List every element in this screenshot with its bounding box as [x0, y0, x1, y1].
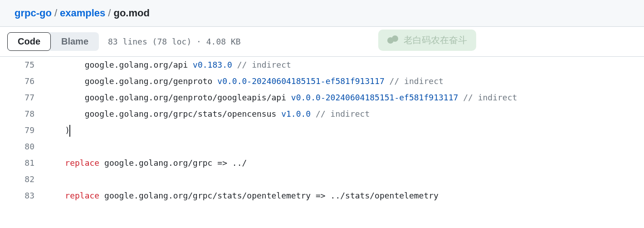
- breadcrumb-current-file: go.mod: [113, 7, 149, 19]
- wechat-icon: [387, 35, 400, 45]
- line-number[interactable]: 75: [0, 57, 45, 73]
- code-line[interactable]: 83 replace google.golang.org/grpc/stats/…: [0, 188, 644, 204]
- line-number[interactable]: 79: [0, 122, 45, 139]
- tab-blame[interactable]: Blame: [51, 32, 99, 51]
- file-toolbar: Code Blame 83 lines (78 loc) · 4.08 KB 老…: [0, 27, 644, 57]
- view-tabs: Code Blame: [7, 32, 99, 51]
- line-content[interactable]: ): [45, 122, 644, 139]
- code-line[interactable]: 79 ): [0, 122, 644, 139]
- code-line[interactable]: 81 replace google.golang.org/grpc => ../: [0, 155, 644, 171]
- line-number[interactable]: 77: [0, 89, 45, 106]
- line-content[interactable]: google.golang.org/api v0.183.0 // indire…: [45, 57, 644, 73]
- line-content[interactable]: replace google.golang.org/grpc => ../: [45, 155, 644, 171]
- line-number[interactable]: 83: [0, 188, 45, 204]
- line-content[interactable]: [45, 139, 644, 155]
- code-view[interactable]: 75 google.golang.org/api v0.183.0 // ind…: [0, 57, 644, 204]
- code-line[interactable]: 78 google.golang.org/grpc/stats/opencens…: [0, 106, 644, 122]
- text-cursor: [69, 125, 70, 136]
- breadcrumb-folder-link[interactable]: examples: [60, 7, 105, 19]
- line-number[interactable]: 78: [0, 106, 45, 122]
- line-number[interactable]: 82: [0, 171, 45, 188]
- code-line[interactable]: 80: [0, 139, 644, 155]
- breadcrumb-separator: /: [54, 7, 57, 19]
- code-line[interactable]: 76 google.golang.org/genproto v0.0.0-202…: [0, 73, 644, 89]
- line-content[interactable]: google.golang.org/genproto v0.0.0-202406…: [45, 73, 644, 89]
- watermark-text: 老白码农在奋斗: [404, 34, 467, 46]
- line-number[interactable]: 80: [0, 139, 45, 155]
- code-line[interactable]: 82: [0, 171, 644, 188]
- file-info: 83 lines (78 loc) · 4.08 KB: [108, 37, 241, 46]
- line-content[interactable]: google.golang.org/grpc/stats/opencensus …: [45, 106, 644, 122]
- breadcrumb: grpc-go / examples / go.mod: [15, 7, 637, 19]
- line-number[interactable]: 76: [0, 73, 45, 89]
- line-content[interactable]: google.golang.org/genproto/googleapis/ap…: [45, 89, 644, 106]
- breadcrumb-separator: /: [108, 7, 111, 19]
- breadcrumb-repo-link[interactable]: grpc-go: [15, 7, 52, 19]
- line-content[interactable]: replace google.golang.org/grpc/stats/ope…: [45, 188, 644, 204]
- header: grpc-go / examples / go.mod: [0, 0, 644, 27]
- line-content[interactable]: [45, 171, 644, 188]
- line-number[interactable]: 81: [0, 155, 45, 171]
- code-line[interactable]: 75 google.golang.org/api v0.183.0 // ind…: [0, 57, 644, 73]
- code-line[interactable]: 77 google.golang.org/genproto/googleapis…: [0, 89, 644, 106]
- watermark-badge: 老白码农在奋斗: [378, 30, 476, 51]
- tab-code[interactable]: Code: [7, 32, 51, 51]
